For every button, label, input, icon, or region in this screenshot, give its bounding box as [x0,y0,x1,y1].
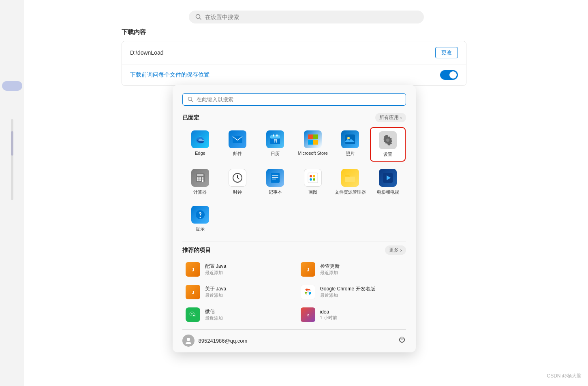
download-toggle-row: 下载前询问每个文件的保存位置 [122,64,466,85]
rec-text-idea: idea 1 小时前 [320,309,337,321]
rec-time-config-java: 最近添加 [205,270,227,276]
mail-icon [229,130,246,148]
movies-icon [379,169,397,187]
settings-search-bar[interactable] [189,11,424,23]
rec-item-about-java[interactable]: J 关于 Java 最近添加 [182,282,291,303]
pinned-title: 已固定 [182,114,199,122]
svg-rect-22 [199,177,201,179]
svg-rect-14 [313,140,318,145]
app-mail[interactable]: 邮件 [220,127,256,162]
change-path-button[interactable]: 更改 [435,47,458,58]
app-calendar[interactable]: 日 日历 [257,127,293,162]
edge-label: Edge [195,151,205,156]
calculator-label: 计算器 [193,189,207,195]
app-paint[interactable]: 画图 [295,166,331,198]
files-icon [341,169,359,187]
rec-text-check-update: 检查更新 最近添加 [320,263,340,276]
app-notes[interactable]: 记事本 [257,166,293,198]
start-search-icon [188,96,193,102]
app-clock[interactable]: 时钟 [220,166,256,198]
more-button[interactable]: 更多 › [385,245,406,255]
paint-label: 画图 [308,189,317,195]
svg-point-52 [193,315,194,316]
start-menu: 已固定 所有应用 › Edge [173,85,416,352]
photos-label: 照片 [346,151,355,157]
svg-point-38 [313,178,315,181]
java-about-icon: J [186,285,200,299]
nav-item-1[interactable] [2,81,22,91]
edge-icon [191,130,209,148]
app-photos[interactable]: 照片 [332,127,368,162]
rec-text-wechat: 微信 最近添加 [205,308,223,321]
svg-rect-25 [199,179,201,181]
pinned-header: 已固定 所有应用 › [182,113,406,122]
svg-text:日: 日 [274,139,277,143]
svg-rect-21 [197,177,199,179]
rec-item-wechat[interactable]: 微信 最近添加 [182,304,291,325]
divider [182,241,406,241]
power-button[interactable] [398,336,406,346]
settings-search-area [24,11,588,23]
clock-icon [229,169,246,187]
svg-text:J: J [192,290,194,295]
downloads-title: 下载内容 [122,28,466,36]
rec-name-check-update: 检查更新 [320,263,340,270]
app-files[interactable]: 文件资源管理器 [332,166,368,198]
rec-name-config-java: 配置 Java [205,263,227,270]
app-store[interactable]: Microsoft Store [295,127,331,162]
svg-line-1 [199,18,201,20]
download-toggle-switch[interactable] [440,70,458,80]
svg-rect-20 [197,174,203,176]
rec-item-config-java[interactable]: J 配置 Java 最近添加 [182,259,291,280]
app-edge[interactable]: Edge [182,127,218,162]
recommended-header: 推荐的项目 更多 › [182,245,406,255]
svg-point-35 [310,175,312,177]
footer-user[interactable]: 895241986@qq.com [182,335,248,347]
rec-item-check-update[interactable]: J 检查更新 最近添加 [297,259,406,280]
settings-icon [379,131,397,149]
svg-rect-15 [345,134,355,144]
svg-text:IJ: IJ [306,313,309,317]
svg-rect-11 [308,134,313,139]
start-footer: 895241986@qq.com [182,329,406,352]
app-settings[interactable]: 设置 [370,127,406,162]
svg-rect-26 [202,179,203,182]
rec-item-idea[interactable]: IJ idea 1 小时前 [297,304,406,325]
app-tips[interactable]: 提示 [182,203,218,235]
recommended-title: 推荐的项目 [182,247,211,254]
store-icon [304,130,322,148]
svg-point-47 [307,291,309,293]
java-update-icon: J [301,262,315,277]
svg-line-3 [191,100,192,102]
svg-rect-7 [270,135,280,139]
svg-point-37 [310,178,312,181]
rec-name-idea: idea [320,309,337,315]
svg-point-18 [386,139,389,142]
apps-grid: Edge 邮件 [182,127,406,235]
calendar-label: 日历 [271,151,280,157]
start-search-input[interactable] [197,96,401,102]
rec-time-check-update: 最近添加 [320,270,340,276]
rec-item-chrome-dev[interactable]: Google Chrome 开发者版 最近添加 [297,282,406,303]
scrollbar-thumb[interactable] [11,131,13,156]
settings-search-input[interactable] [205,14,417,20]
svg-rect-31 [272,175,278,176]
calculator-icon [191,169,209,187]
footer-email: 895241986@qq.com [199,338,248,344]
app-calculator[interactable]: 计算器 [182,166,218,198]
svg-rect-23 [202,177,203,179]
start-search-bar[interactable] [182,93,406,106]
svg-rect-32 [272,177,278,178]
svg-rect-5 [233,136,242,143]
svg-point-51 [192,314,196,317]
svg-rect-8 [273,134,274,136]
app-movies[interactable]: 电影和电视 [370,166,406,198]
svg-text:J: J [192,268,194,272]
watermark: CSDN @杨大脑 [547,373,582,380]
svg-point-56 [186,342,191,344]
svg-point-55 [187,338,190,341]
svg-text:J: J [307,268,309,272]
chrome-icon [301,285,315,299]
all-apps-button[interactable]: 所有应用 › [375,113,406,122]
store-label: Microsoft Store [298,151,328,156]
